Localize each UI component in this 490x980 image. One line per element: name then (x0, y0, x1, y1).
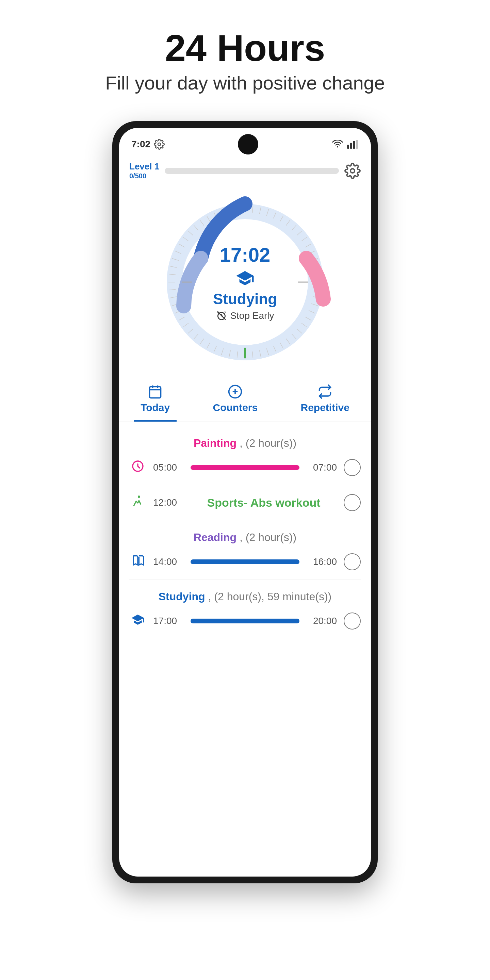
page-header: 24 Hours Fill your day with positive cha… (0, 0, 490, 108)
svg-rect-5 (356, 140, 358, 149)
settings-status-icon (154, 139, 165, 150)
reading-start: 14:00 (153, 556, 184, 567)
graduation-cap-icon (235, 269, 255, 288)
painting-duration: , (2 hour(s)) (240, 437, 296, 449)
reading-header: Reading , (2 hour(s)) (119, 523, 371, 547)
reading-bar (191, 559, 299, 564)
reading-checkbox[interactable] (344, 553, 361, 570)
reading-name: Reading (194, 531, 237, 543)
painting-name: Painting (194, 437, 237, 449)
svg-point-1 (337, 146, 338, 147)
divider-2 (129, 520, 361, 520)
reading-row: 14:00 16:00 (119, 547, 371, 576)
clock-activity-name: Studying (213, 291, 277, 308)
studying-icon (129, 613, 146, 630)
level-label: Level 1 0/500 (129, 161, 159, 180)
sports-icon (129, 495, 146, 511)
repeat-icon (318, 384, 332, 399)
studying-bar (191, 619, 299, 624)
sports-name: Sports- Abs workout (191, 496, 337, 509)
status-time: 7:02 (131, 139, 150, 150)
stop-alarm-icon (216, 310, 227, 321)
camera-notch (238, 134, 258, 154)
reading-end: 16:00 (306, 556, 337, 567)
reading-icon (129, 554, 146, 570)
studying-checkbox[interactable] (344, 612, 361, 630)
svg-point-0 (158, 143, 161, 146)
plus-circle-icon (228, 384, 243, 399)
sports-start: 12:00 (153, 497, 184, 508)
painting-header: Painting , (2 hour(s)) (119, 429, 371, 453)
activity-list: Painting , (2 hour(s)) 05:00 07:00 (119, 422, 371, 643)
tab-counters-label: Counters (213, 402, 258, 414)
nav-tabs: Today Counters Repetitive (119, 377, 371, 422)
sports-checkbox[interactable] (344, 494, 361, 511)
svg-rect-74 (150, 387, 161, 398)
painting-checkbox[interactable] (344, 459, 361, 476)
clock-container: 17:02 Studying Stop Ea (119, 183, 371, 377)
signal-icon (347, 140, 359, 149)
status-icons (331, 140, 359, 149)
page-title: 24 Hours (0, 27, 490, 68)
tab-repetitive[interactable]: Repetitive (294, 384, 356, 420)
divider-3 (129, 579, 361, 579)
tab-repetitive-label: Repetitive (301, 402, 349, 414)
clock-center-content: 17:02 Studying Stop Ea (213, 243, 277, 321)
tab-today[interactable]: Today (134, 384, 177, 422)
svg-rect-3 (350, 143, 352, 149)
painting-end: 07:00 (306, 462, 337, 473)
reading-duration: , (2 hour(s)) (240, 531, 296, 543)
phone-screen: 7:02 (119, 128, 371, 877)
settings-icon[interactable] (344, 163, 361, 179)
clock-svg-wrapper: 17:02 Studying Stop Ea (156, 194, 334, 371)
svg-point-6 (350, 169, 355, 173)
studying-row: 17:00 20:00 (119, 606, 371, 636)
painting-bar (191, 465, 299, 470)
svg-rect-2 (347, 145, 349, 149)
painting-row: 05:00 07:00 (119, 453, 371, 482)
clock-stop-button[interactable]: Stop Early (216, 310, 274, 321)
painting-icon (129, 460, 146, 476)
painting-start: 05:00 (153, 462, 184, 473)
studying-header: Studying , (2 hour(s), 59 minute(s)) (119, 582, 371, 606)
tab-today-label: Today (140, 402, 170, 414)
wifi-icon (331, 140, 344, 149)
status-bar: 7:02 (119, 128, 371, 158)
studying-duration: , (2 hour(s), 59 minute(s)) (208, 590, 332, 603)
tab-counters[interactable]: Counters (206, 384, 265, 420)
studying-end: 20:00 (306, 616, 337, 627)
clock-time: 17:02 (220, 243, 270, 266)
studying-name: Studying (159, 590, 205, 603)
level-progress-bar (165, 168, 339, 174)
svg-rect-4 (353, 141, 355, 149)
sports-row: 12:00 Sports- Abs workout (119, 488, 371, 517)
status-time-area: 7:02 (131, 139, 165, 150)
calendar-icon (148, 384, 163, 399)
page-subtitle: Fill your day with positive change (0, 72, 490, 94)
studying-start: 17:00 (153, 616, 184, 627)
level-bar: Level 1 0/500 (119, 158, 371, 183)
phone-frame: 7:02 (112, 121, 378, 883)
